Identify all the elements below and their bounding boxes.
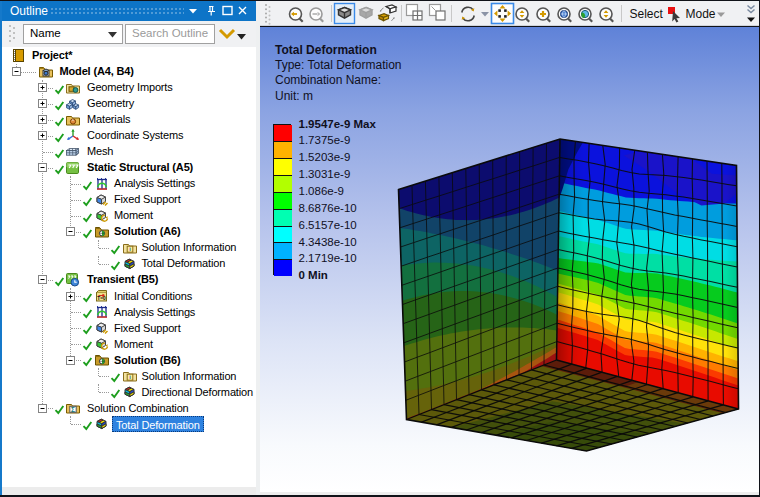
svg-text:T=0: T=0 bbox=[97, 296, 106, 301]
svg-text:Σ: Σ bbox=[71, 406, 75, 413]
